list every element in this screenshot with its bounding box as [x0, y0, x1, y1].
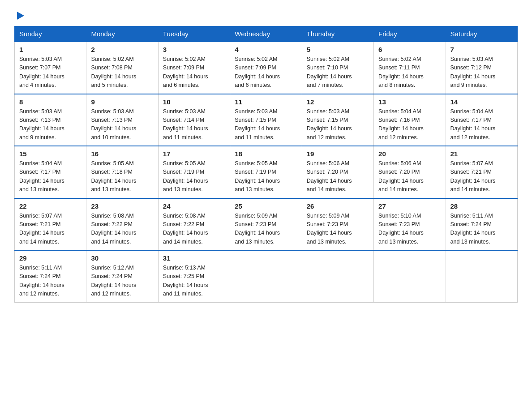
day-info: Sunrise: 5:06 AMSunset: 7:20 PMDaylight:…	[307, 160, 352, 193]
calendar-cell: 10 Sunrise: 5:03 AMSunset: 7:14 PMDaylig…	[158, 94, 230, 146]
calendar-cell: 24 Sunrise: 5:08 AMSunset: 7:22 PMDaylig…	[158, 198, 230, 251]
day-info: Sunrise: 5:13 AMSunset: 7:25 PMDaylight:…	[163, 265, 208, 297]
day-info: Sunrise: 5:02 AMSunset: 7:11 PMDaylight:…	[378, 56, 424, 88]
calendar-cell: 30 Sunrise: 5:12 AMSunset: 7:24 PMDaylig…	[86, 250, 158, 302]
day-header-monday: Monday	[86, 26, 158, 42]
calendar-cell: 18 Sunrise: 5:05 AMSunset: 7:19 PMDaylig…	[230, 146, 302, 198]
calendar-cell: 12 Sunrise: 5:03 AMSunset: 7:15 PMDaylig…	[302, 94, 373, 146]
calendar-cell: 16 Sunrise: 5:05 AMSunset: 7:18 PMDaylig…	[86, 146, 158, 198]
calendar-cell: 2 Sunrise: 5:02 AMSunset: 7:08 PMDayligh…	[86, 42, 158, 94]
day-number: 31	[163, 254, 225, 262]
day-number: 2	[91, 46, 153, 53]
day-info: Sunrise: 5:05 AMSunset: 7:19 PMDaylight:…	[163, 160, 208, 193]
day-number: 16	[91, 150, 153, 158]
day-number: 19	[307, 150, 369, 158]
calendar-cell: 5 Sunrise: 5:02 AMSunset: 7:10 PMDayligh…	[302, 42, 373, 94]
day-number: 12	[307, 98, 369, 106]
day-number: 5	[307, 46, 369, 53]
calendar-cell: 21 Sunrise: 5:07 AMSunset: 7:21 PMDaylig…	[446, 146, 517, 198]
logo	[14, 11, 25, 21]
calendar-cell	[230, 250, 302, 302]
day-info: Sunrise: 5:11 AMSunset: 7:24 PMDaylight:…	[450, 213, 496, 245]
day-number: 21	[450, 150, 513, 158]
day-number: 22	[19, 202, 82, 210]
day-number: 27	[378, 202, 441, 210]
day-info: Sunrise: 5:09 AMSunset: 7:23 PMDaylight:…	[307, 213, 352, 245]
calendar-cell: 11 Sunrise: 5:03 AMSunset: 7:15 PMDaylig…	[230, 94, 302, 146]
header-row: SundayMondayTuesdayWednesdayThursdayFrid…	[15, 26, 518, 42]
day-info: Sunrise: 5:03 AMSunset: 7:15 PMDaylight:…	[235, 108, 280, 141]
day-info: Sunrise: 5:12 AMSunset: 7:24 PMDaylight:…	[91, 265, 136, 297]
day-header-saturday: Saturday	[446, 26, 517, 42]
day-number: 9	[91, 98, 153, 106]
day-header-wednesday: Wednesday	[230, 26, 302, 42]
calendar-week-row: 8 Sunrise: 5:03 AMSunset: 7:13 PMDayligh…	[15, 94, 518, 146]
day-info: Sunrise: 5:08 AMSunset: 7:22 PMDaylight:…	[163, 213, 208, 245]
day-header-tuesday: Tuesday	[158, 26, 230, 42]
day-info: Sunrise: 5:04 AMSunset: 7:17 PMDaylight:…	[450, 108, 496, 141]
calendar-table: SundayMondayTuesdayWednesdayThursdayFrid…	[14, 26, 518, 303]
day-info: Sunrise: 5:08 AMSunset: 7:22 PMDaylight:…	[91, 213, 136, 245]
calendar-cell: 27 Sunrise: 5:10 AMSunset: 7:23 PMDaylig…	[374, 198, 446, 251]
day-info: Sunrise: 5:04 AMSunset: 7:16 PMDaylight:…	[378, 108, 424, 141]
day-info: Sunrise: 5:02 AMSunset: 7:09 PMDaylight:…	[235, 56, 280, 88]
day-number: 23	[91, 202, 153, 210]
calendar-cell: 31 Sunrise: 5:13 AMSunset: 7:25 PMDaylig…	[158, 250, 230, 302]
calendar-week-row: 15 Sunrise: 5:04 AMSunset: 7:17 PMDaylig…	[15, 146, 518, 198]
day-info: Sunrise: 5:09 AMSunset: 7:23 PMDaylight:…	[235, 213, 280, 245]
day-number: 18	[235, 150, 297, 158]
calendar-week-row: 1 Sunrise: 5:03 AMSunset: 7:07 PMDayligh…	[15, 42, 518, 94]
day-info: Sunrise: 5:03 AMSunset: 7:07 PMDaylight:…	[19, 56, 64, 88]
calendar-week-row: 29 Sunrise: 5:11 AMSunset: 7:24 PMDaylig…	[15, 250, 518, 302]
calendar-header: SundayMondayTuesdayWednesdayThursdayFrid…	[15, 26, 518, 42]
day-info: Sunrise: 5:10 AMSunset: 7:23 PMDaylight:…	[378, 213, 424, 245]
calendar-cell: 26 Sunrise: 5:09 AMSunset: 7:23 PMDaylig…	[302, 198, 373, 251]
day-header-thursday: Thursday	[302, 26, 373, 42]
day-info: Sunrise: 5:03 AMSunset: 7:13 PMDaylight:…	[91, 108, 136, 141]
day-number: 24	[163, 202, 225, 210]
day-info: Sunrise: 5:07 AMSunset: 7:21 PMDaylight:…	[19, 213, 64, 245]
day-info: Sunrise: 5:05 AMSunset: 7:18 PMDaylight:…	[91, 160, 136, 193]
calendar-cell: 28 Sunrise: 5:11 AMSunset: 7:24 PMDaylig…	[446, 198, 517, 251]
calendar-cell: 4 Sunrise: 5:02 AMSunset: 7:09 PMDayligh…	[230, 42, 302, 94]
day-info: Sunrise: 5:11 AMSunset: 7:24 PMDaylight:…	[19, 265, 64, 297]
day-info: Sunrise: 5:06 AMSunset: 7:20 PMDaylight:…	[378, 160, 424, 193]
day-info: Sunrise: 5:07 AMSunset: 7:21 PMDaylight:…	[450, 160, 496, 193]
day-info: Sunrise: 5:03 AMSunset: 7:12 PMDaylight:…	[450, 56, 496, 88]
calendar-cell: 19 Sunrise: 5:06 AMSunset: 7:20 PMDaylig…	[302, 146, 373, 198]
day-number: 25	[235, 202, 297, 210]
calendar-cell: 29 Sunrise: 5:11 AMSunset: 7:24 PMDaylig…	[15, 250, 86, 302]
calendar-cell: 8 Sunrise: 5:03 AMSunset: 7:13 PMDayligh…	[15, 94, 86, 146]
day-number: 1	[19, 46, 82, 53]
day-number: 7	[450, 46, 513, 53]
day-number: 4	[235, 46, 297, 53]
day-number: 30	[91, 254, 153, 262]
day-number: 13	[378, 98, 441, 106]
day-number: 29	[19, 254, 82, 262]
day-number: 17	[163, 150, 225, 158]
logo-triangle-icon	[15, 11, 25, 21]
page-header	[14, 11, 518, 21]
day-number: 6	[378, 46, 441, 53]
day-header-sunday: Sunday	[15, 26, 86, 42]
day-info: Sunrise: 5:03 AMSunset: 7:15 PMDaylight:…	[307, 108, 352, 141]
day-number: 28	[450, 202, 513, 210]
calendar-cell: 23 Sunrise: 5:08 AMSunset: 7:22 PMDaylig…	[86, 198, 158, 251]
day-number: 10	[163, 98, 225, 106]
day-info: Sunrise: 5:04 AMSunset: 7:17 PMDaylight:…	[19, 160, 64, 193]
day-info: Sunrise: 5:02 AMSunset: 7:08 PMDaylight:…	[91, 56, 136, 88]
calendar-cell: 9 Sunrise: 5:03 AMSunset: 7:13 PMDayligh…	[86, 94, 158, 146]
calendar-body: 1 Sunrise: 5:03 AMSunset: 7:07 PMDayligh…	[15, 42, 518, 302]
day-info: Sunrise: 5:03 AMSunset: 7:13 PMDaylight:…	[19, 108, 64, 141]
day-number: 15	[19, 150, 82, 158]
calendar-cell: 6 Sunrise: 5:02 AMSunset: 7:11 PMDayligh…	[374, 42, 446, 94]
calendar-cell	[446, 250, 517, 302]
day-info: Sunrise: 5:02 AMSunset: 7:10 PMDaylight:…	[307, 56, 352, 88]
day-number: 26	[307, 202, 369, 210]
calendar-cell: 13 Sunrise: 5:04 AMSunset: 7:16 PMDaylig…	[374, 94, 446, 146]
calendar-cell: 3 Sunrise: 5:02 AMSunset: 7:09 PMDayligh…	[158, 42, 230, 94]
day-info: Sunrise: 5:05 AMSunset: 7:19 PMDaylight:…	[235, 160, 280, 193]
calendar-cell: 20 Sunrise: 5:06 AMSunset: 7:20 PMDaylig…	[374, 146, 446, 198]
day-info: Sunrise: 5:02 AMSunset: 7:09 PMDaylight:…	[163, 56, 208, 88]
calendar-cell: 25 Sunrise: 5:09 AMSunset: 7:23 PMDaylig…	[230, 198, 302, 251]
